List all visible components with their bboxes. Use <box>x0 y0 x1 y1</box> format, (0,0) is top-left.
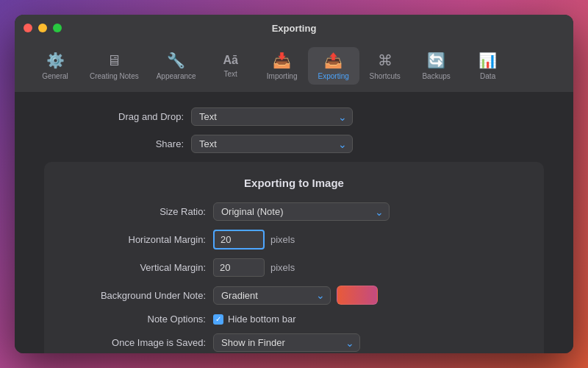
note-options-row: Note Options: Hide bottom bar <box>66 314 522 325</box>
toolbar-label-backups: Backups <box>422 72 450 80</box>
hide-bottom-bar-checkbox[interactable] <box>213 314 223 325</box>
share-label: Share: <box>44 138 191 149</box>
backups-icon: 🔄 <box>427 52 445 69</box>
background-select[interactable]: Gradient <box>213 286 331 305</box>
toolbar-label-creating-notes: Creating Notes <box>90 72 139 80</box>
once-image-saved-select-wrapper: Show in Finder ⌄ <box>213 333 360 352</box>
once-image-saved-label: Once Image is Saved: <box>66 337 213 348</box>
close-button[interactable] <box>24 24 32 32</box>
titlebar: Exporting <box>15 15 573 41</box>
share-select-wrapper: Text ⌄ <box>191 135 353 153</box>
horizontal-margin-row: Horizontal Margin: pixels <box>66 230 522 250</box>
gradient-color-swatch[interactable] <box>337 286 378 305</box>
toolbar-item-importing[interactable]: 📥 Importing <box>257 47 308 85</box>
shortcuts-icon: ⌘ <box>378 52 392 69</box>
main-content: Drag and Drop: Text ⌄ Share: Text ⌄ Expo… <box>15 93 573 353</box>
drag-drop-select[interactable]: Text <box>191 107 353 126</box>
toolbar-item-data[interactable]: 📊 Data <box>462 47 514 85</box>
share-select[interactable]: Text <box>191 135 353 153</box>
horizontal-margin-label: Horizontal Margin: <box>66 234 213 245</box>
background-under-note-row: Background Under Note: Gradient ⌄ <box>66 286 522 305</box>
drag-drop-label: Drag and Drop: <box>44 111 191 122</box>
creating-notes-icon: 🖥 <box>107 52 121 69</box>
toolbar-item-shortcuts[interactable]: ⌘ Shortcuts <box>359 47 411 85</box>
horizontal-pixels-label: pixels <box>270 234 295 245</box>
once-image-saved-row: Once Image is Saved: Show in Finder ⌄ <box>66 333 522 352</box>
general-icon: ⚙️ <box>46 52 65 69</box>
toolbar-item-backups[interactable]: 🔄 Backups <box>411 47 462 85</box>
traffic-lights <box>24 24 62 32</box>
text-icon: Aā <box>223 54 237 67</box>
once-image-saved-select[interactable]: Show in Finder <box>213 333 360 352</box>
toolbar-label-general: General <box>42 72 68 80</box>
note-options-label: Note Options: <box>66 314 213 325</box>
background-select-wrapper: Gradient ⌄ <box>213 286 331 305</box>
toolbar-item-creating-notes[interactable]: 🖥 Creating Notes <box>81 48 148 85</box>
hide-bottom-bar-label: Hide bottom bar <box>228 314 296 325</box>
size-ratio-select[interactable]: Original (Note) <box>213 202 390 221</box>
toolbar-label-shortcuts: Shortcuts <box>370 72 401 80</box>
vertical-margin-label: Vertical Margin: <box>66 262 213 273</box>
share-row: Share: Text ⌄ <box>44 135 544 153</box>
appearance-icon: 🔧 <box>167 52 185 69</box>
window-title: Exporting <box>272 23 317 34</box>
minimize-button[interactable] <box>38 24 47 32</box>
toolbar-label-appearance: Appearance <box>157 72 196 80</box>
main-window: Exporting ⚙️ General 🖥 Creating Notes 🔧 … <box>15 15 573 353</box>
toolbar-label-exporting: Exporting <box>318 72 349 80</box>
toolbar: ⚙️ General 🖥 Creating Notes 🔧 Appearance… <box>15 41 573 93</box>
toolbar-item-general[interactable]: ⚙️ General <box>29 47 81 85</box>
toolbar-item-text[interactable]: Aā Text <box>205 49 257 82</box>
image-section-title: Exporting to Image <box>66 177 522 189</box>
toolbar-label-importing: Importing <box>267 72 298 80</box>
vertical-margin-input[interactable] <box>213 258 265 277</box>
importing-icon: 📥 <box>273 52 291 69</box>
data-icon: 📊 <box>478 52 497 69</box>
toolbar-label-text: Text <box>223 70 237 78</box>
image-section: Exporting to Image Size Ratio: Original … <box>44 162 544 353</box>
drag-drop-row: Drag and Drop: Text ⌄ <box>44 107 544 126</box>
size-ratio-row: Size Ratio: Original (Note) ⌄ <box>66 202 522 221</box>
toolbar-item-exporting[interactable]: 📤 Exporting <box>308 47 359 85</box>
size-ratio-select-wrapper: Original (Note) ⌄ <box>213 202 390 221</box>
maximize-button[interactable] <box>53 24 62 32</box>
background-under-note-label: Background Under Note: <box>66 290 213 301</box>
size-ratio-label: Size Ratio: <box>66 206 213 217</box>
drag-drop-select-wrapper: Text ⌄ <box>191 107 353 126</box>
hide-bottom-bar-row: Hide bottom bar <box>213 314 296 325</box>
toolbar-item-appearance[interactable]: 🔧 Appearance <box>148 47 205 85</box>
exporting-icon: 📤 <box>324 52 343 69</box>
vertical-margin-row: Vertical Margin: pixels <box>66 258 522 277</box>
toolbar-label-data: Data <box>480 72 495 80</box>
horizontal-margin-input[interactable] <box>213 230 265 250</box>
vertical-pixels-label: pixels <box>270 262 295 273</box>
